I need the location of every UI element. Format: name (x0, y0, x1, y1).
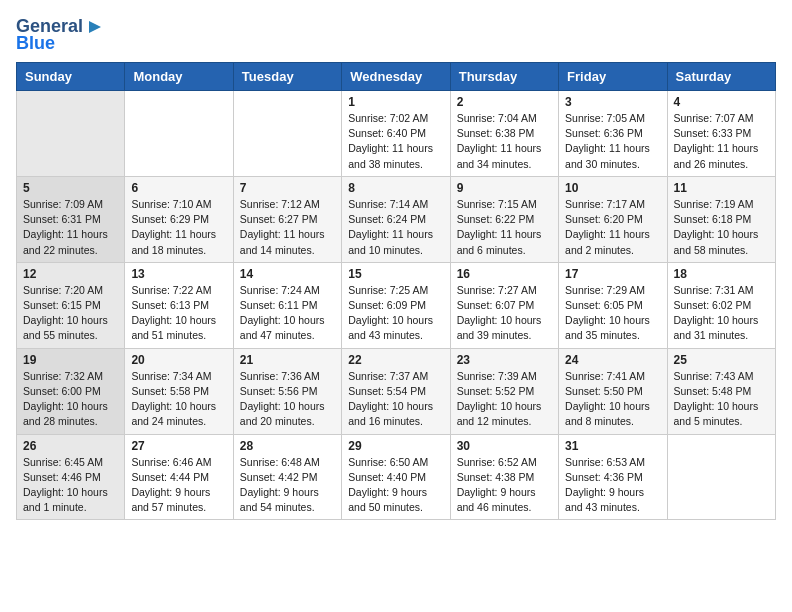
calendar-cell: 17Sunrise: 7:29 AM Sunset: 6:05 PM Dayli… (559, 262, 667, 348)
logo-blue: Blue (16, 33, 55, 54)
calendar-cell (125, 91, 233, 177)
day-number: 14 (240, 267, 335, 281)
day-info: Sunrise: 7:19 AM Sunset: 6:18 PM Dayligh… (674, 197, 769, 258)
week-row-1: 1Sunrise: 7:02 AM Sunset: 6:40 PM Daylig… (17, 91, 776, 177)
calendar-cell: 7Sunrise: 7:12 AM Sunset: 6:27 PM Daylig… (233, 176, 341, 262)
day-info: Sunrise: 7:24 AM Sunset: 6:11 PM Dayligh… (240, 283, 335, 344)
day-number: 23 (457, 353, 552, 367)
day-info: Sunrise: 7:12 AM Sunset: 6:27 PM Dayligh… (240, 197, 335, 258)
day-info: Sunrise: 7:39 AM Sunset: 5:52 PM Dayligh… (457, 369, 552, 430)
dow-monday: Monday (125, 63, 233, 91)
calendar-cell: 16Sunrise: 7:27 AM Sunset: 6:07 PM Dayli… (450, 262, 558, 348)
calendar-cell (233, 91, 341, 177)
day-info: Sunrise: 7:20 AM Sunset: 6:15 PM Dayligh… (23, 283, 118, 344)
day-number: 18 (674, 267, 769, 281)
day-info: Sunrise: 7:37 AM Sunset: 5:54 PM Dayligh… (348, 369, 443, 430)
dow-saturday: Saturday (667, 63, 775, 91)
day-info: Sunrise: 7:07 AM Sunset: 6:33 PM Dayligh… (674, 111, 769, 172)
calendar-cell: 6Sunrise: 7:10 AM Sunset: 6:29 PM Daylig… (125, 176, 233, 262)
day-number: 24 (565, 353, 660, 367)
day-number: 30 (457, 439, 552, 453)
calendar-cell: 12Sunrise: 7:20 AM Sunset: 6:15 PM Dayli… (17, 262, 125, 348)
week-row-5: 26Sunrise: 6:45 AM Sunset: 4:46 PM Dayli… (17, 434, 776, 520)
calendar-cell: 3Sunrise: 7:05 AM Sunset: 6:36 PM Daylig… (559, 91, 667, 177)
calendar-cell (17, 91, 125, 177)
day-info: Sunrise: 7:27 AM Sunset: 6:07 PM Dayligh… (457, 283, 552, 344)
day-info: Sunrise: 7:43 AM Sunset: 5:48 PM Dayligh… (674, 369, 769, 430)
dow-sunday: Sunday (17, 63, 125, 91)
day-of-week-header-row: SundayMondayTuesdayWednesdayThursdayFrid… (17, 63, 776, 91)
day-number: 11 (674, 181, 769, 195)
day-info: Sunrise: 7:04 AM Sunset: 6:38 PM Dayligh… (457, 111, 552, 172)
day-number: 20 (131, 353, 226, 367)
day-number: 29 (348, 439, 443, 453)
day-number: 27 (131, 439, 226, 453)
day-info: Sunrise: 6:45 AM Sunset: 4:46 PM Dayligh… (23, 455, 118, 516)
week-row-3: 12Sunrise: 7:20 AM Sunset: 6:15 PM Dayli… (17, 262, 776, 348)
calendar-cell: 18Sunrise: 7:31 AM Sunset: 6:02 PM Dayli… (667, 262, 775, 348)
day-info: Sunrise: 7:34 AM Sunset: 5:58 PM Dayligh… (131, 369, 226, 430)
day-number: 8 (348, 181, 443, 195)
calendar-cell: 9Sunrise: 7:15 AM Sunset: 6:22 PM Daylig… (450, 176, 558, 262)
day-info: Sunrise: 7:29 AM Sunset: 6:05 PM Dayligh… (565, 283, 660, 344)
day-number: 4 (674, 95, 769, 109)
day-number: 7 (240, 181, 335, 195)
calendar-cell: 8Sunrise: 7:14 AM Sunset: 6:24 PM Daylig… (342, 176, 450, 262)
day-number: 5 (23, 181, 118, 195)
day-number: 9 (457, 181, 552, 195)
day-info: Sunrise: 7:10 AM Sunset: 6:29 PM Dayligh… (131, 197, 226, 258)
day-number: 26 (23, 439, 118, 453)
calendar-cell: 15Sunrise: 7:25 AM Sunset: 6:09 PM Dayli… (342, 262, 450, 348)
day-number: 10 (565, 181, 660, 195)
week-row-4: 19Sunrise: 7:32 AM Sunset: 6:00 PM Dayli… (17, 348, 776, 434)
calendar-cell: 10Sunrise: 7:17 AM Sunset: 6:20 PM Dayli… (559, 176, 667, 262)
day-info: Sunrise: 6:50 AM Sunset: 4:40 PM Dayligh… (348, 455, 443, 516)
day-info: Sunrise: 7:02 AM Sunset: 6:40 PM Dayligh… (348, 111, 443, 172)
calendar-cell: 19Sunrise: 7:32 AM Sunset: 6:00 PM Dayli… (17, 348, 125, 434)
day-info: Sunrise: 6:53 AM Sunset: 4:36 PM Dayligh… (565, 455, 660, 516)
day-info: Sunrise: 7:09 AM Sunset: 6:31 PM Dayligh… (23, 197, 118, 258)
calendar-cell: 31Sunrise: 6:53 AM Sunset: 4:36 PM Dayli… (559, 434, 667, 520)
calendar-cell: 30Sunrise: 6:52 AM Sunset: 4:38 PM Dayli… (450, 434, 558, 520)
day-number: 13 (131, 267, 226, 281)
day-info: Sunrise: 6:48 AM Sunset: 4:42 PM Dayligh… (240, 455, 335, 516)
calendar-body: 1Sunrise: 7:02 AM Sunset: 6:40 PM Daylig… (17, 91, 776, 520)
calendar-cell: 29Sunrise: 6:50 AM Sunset: 4:40 PM Dayli… (342, 434, 450, 520)
day-number: 25 (674, 353, 769, 367)
day-info: Sunrise: 7:32 AM Sunset: 6:00 PM Dayligh… (23, 369, 118, 430)
day-info: Sunrise: 7:41 AM Sunset: 5:50 PM Dayligh… (565, 369, 660, 430)
day-number: 28 (240, 439, 335, 453)
calendar-cell: 22Sunrise: 7:37 AM Sunset: 5:54 PM Dayli… (342, 348, 450, 434)
day-info: Sunrise: 7:25 AM Sunset: 6:09 PM Dayligh… (348, 283, 443, 344)
dow-tuesday: Tuesday (233, 63, 341, 91)
calendar-cell: 27Sunrise: 6:46 AM Sunset: 4:44 PM Dayli… (125, 434, 233, 520)
calendar-cell: 11Sunrise: 7:19 AM Sunset: 6:18 PM Dayli… (667, 176, 775, 262)
dow-thursday: Thursday (450, 63, 558, 91)
calendar-cell: 13Sunrise: 7:22 AM Sunset: 6:13 PM Dayli… (125, 262, 233, 348)
calendar-cell: 1Sunrise: 7:02 AM Sunset: 6:40 PM Daylig… (342, 91, 450, 177)
day-number: 3 (565, 95, 660, 109)
day-number: 16 (457, 267, 552, 281)
day-info: Sunrise: 7:15 AM Sunset: 6:22 PM Dayligh… (457, 197, 552, 258)
calendar-cell: 23Sunrise: 7:39 AM Sunset: 5:52 PM Dayli… (450, 348, 558, 434)
week-row-2: 5Sunrise: 7:09 AM Sunset: 6:31 PM Daylig… (17, 176, 776, 262)
day-number: 21 (240, 353, 335, 367)
calendar-cell (667, 434, 775, 520)
calendar-cell: 24Sunrise: 7:41 AM Sunset: 5:50 PM Dayli… (559, 348, 667, 434)
day-info: Sunrise: 7:05 AM Sunset: 6:36 PM Dayligh… (565, 111, 660, 172)
day-number: 6 (131, 181, 226, 195)
calendar-cell: 25Sunrise: 7:43 AM Sunset: 5:48 PM Dayli… (667, 348, 775, 434)
calendar-cell: 20Sunrise: 7:34 AM Sunset: 5:58 PM Dayli… (125, 348, 233, 434)
day-info: Sunrise: 6:52 AM Sunset: 4:38 PM Dayligh… (457, 455, 552, 516)
day-info: Sunrise: 7:14 AM Sunset: 6:24 PM Dayligh… (348, 197, 443, 258)
dow-friday: Friday (559, 63, 667, 91)
page-header: General Blue (16, 16, 776, 54)
calendar-cell: 28Sunrise: 6:48 AM Sunset: 4:42 PM Dayli… (233, 434, 341, 520)
dow-wednesday: Wednesday (342, 63, 450, 91)
day-number: 15 (348, 267, 443, 281)
calendar-table: SundayMondayTuesdayWednesdayThursdayFrid… (16, 62, 776, 520)
day-info: Sunrise: 7:36 AM Sunset: 5:56 PM Dayligh… (240, 369, 335, 430)
calendar-cell: 26Sunrise: 6:45 AM Sunset: 4:46 PM Dayli… (17, 434, 125, 520)
day-number: 17 (565, 267, 660, 281)
day-number: 22 (348, 353, 443, 367)
